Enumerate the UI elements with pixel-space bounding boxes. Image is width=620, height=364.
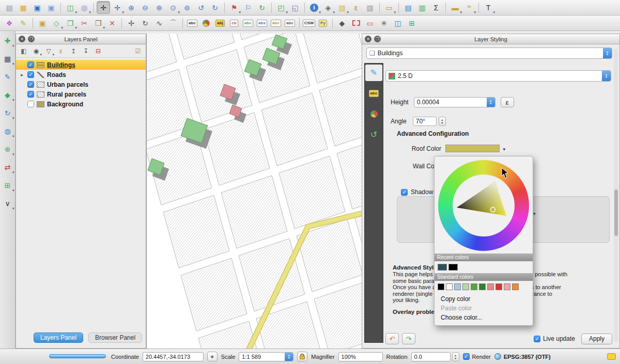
history-tab-button[interactable]: ↺ bbox=[365, 126, 382, 143]
expand-all-button[interactable]: ↥ bbox=[68, 45, 79, 56]
rectangle-annotation-button[interactable]: ▭ bbox=[363, 17, 377, 29]
map-canvas[interactable] bbox=[146, 34, 362, 350]
horizontal-scrollbar-thumb[interactable] bbox=[49, 354, 106, 358]
layer-visibility-checkbox[interactable]: ✓ bbox=[27, 71, 34, 78]
renderer-combo[interactable]: 2.5 D ▴ ▾ bbox=[385, 70, 611, 82]
zoom-in-button[interactable]: ⊕ bbox=[125, 1, 138, 14]
height-dropdown[interactable]: ▴ ▾ bbox=[487, 98, 495, 107]
layer-item-rural-parcels[interactable]: ✓Rural parcels bbox=[16, 89, 146, 99]
save-layer-edits-button[interactable]: ▣ bbox=[36, 17, 49, 29]
standard-color-swatch[interactable] bbox=[487, 283, 494, 290]
styling-scrollbar-thumb[interactable] bbox=[614, 189, 618, 236]
manage-map-themes-button[interactable]: ◉▾ bbox=[30, 45, 42, 56]
angle-field[interactable]: 70° bbox=[413, 117, 437, 126]
standard-color-swatch[interactable] bbox=[438, 283, 444, 290]
magnifier-field[interactable]: 100% bbox=[338, 352, 383, 361]
undock-icon[interactable]: ❐ bbox=[28, 36, 35, 42]
layer-item-buildings[interactable]: ✓Buildings bbox=[16, 60, 146, 70]
height-expression-button[interactable]: ε bbox=[501, 97, 514, 107]
select-by-expression-button[interactable]: ε bbox=[349, 1, 363, 14]
new-vector-layer-button[interactable]: ◰▾ bbox=[274, 1, 288, 14]
diagram-tab-button[interactable] bbox=[365, 106, 382, 122]
grid-tool-button[interactable]: ⊞ bbox=[405, 17, 419, 29]
save-project-button[interactable]: ▣ bbox=[30, 1, 44, 14]
add-polygon-button[interactable]: ◆▾ bbox=[1, 88, 14, 102]
layer-visibility-checkbox[interactable]: ✓ bbox=[27, 91, 34, 98]
show-bookmarks-button[interactable]: ⚐ bbox=[241, 1, 255, 14]
undock-icon[interactable]: ❐ bbox=[374, 36, 381, 42]
touch-tool-button[interactable]: ✳ bbox=[377, 17, 391, 29]
paste-features-button[interactable]: ❒▾ bbox=[91, 17, 105, 29]
text-annotation-button[interactable]: T▾ bbox=[482, 1, 495, 14]
undo-style-button[interactable]: ↶ bbox=[385, 333, 399, 344]
roof-color-dropdown-icon[interactable]: ▾ bbox=[503, 147, 505, 152]
standard-color-swatch[interactable] bbox=[512, 283, 519, 290]
rotate-tool-button[interactable]: ↻▾ bbox=[1, 106, 14, 120]
crs-group[interactable]: EPSG:3857 (OTF) bbox=[494, 353, 551, 360]
remove-layer-button[interactable]: ⊟ bbox=[92, 45, 104, 56]
statistics-summary-button[interactable]: Σ bbox=[429, 1, 443, 14]
attribute-table-button[interactable]: ▤ bbox=[401, 1, 415, 14]
topology-tool-button[interactable]: ⊛▾ bbox=[1, 143, 14, 156]
layer-visibility-checkbox[interactable] bbox=[27, 101, 34, 107]
height-field[interactable]: 0.00004 ▴ ▾ bbox=[414, 97, 495, 107]
pan-to-selection-button[interactable]: ✛▾ bbox=[111, 1, 124, 14]
new-map-view-button[interactable]: ◫▾ bbox=[64, 1, 77, 14]
csw-search-button[interactable]: CSW bbox=[302, 17, 316, 29]
label-move-button[interactable]: abc bbox=[241, 17, 255, 29]
filter-legend-button[interactable]: ▽▾ bbox=[43, 45, 54, 56]
in-overview-button[interactable]: ☑ bbox=[132, 45, 144, 56]
style-manager-button[interactable]: ❖ bbox=[3, 17, 16, 29]
new-shapefile-layer-button[interactable]: ▦▾ bbox=[1, 52, 14, 66]
menu-item-choose-color[interactable]: Choose color... bbox=[435, 313, 533, 322]
standard-color-swatch[interactable] bbox=[495, 283, 502, 290]
layout-manager-button[interactable]: ◫ bbox=[391, 17, 405, 29]
web-service-layer-button[interactable]: ◍▾ bbox=[1, 124, 14, 138]
standard-color-swatch[interactable] bbox=[504, 283, 510, 290]
layer-selector-combo[interactable]: ❏ Buildings ▴ ▾ bbox=[366, 48, 612, 59]
scale-lock-button[interactable] bbox=[297, 352, 307, 361]
filter-by-expression-button[interactable]: ε bbox=[55, 45, 67, 56]
recent-color-swatch[interactable] bbox=[438, 264, 447, 271]
symbology-tab-button[interactable]: ✎ bbox=[365, 65, 382, 81]
label-pie-button[interactable] bbox=[199, 17, 213, 29]
zoom-to-layer-button[interactable]: ⊚ bbox=[180, 1, 194, 14]
rotation-field[interactable]: 0.0 bbox=[411, 352, 451, 361]
standard-color-swatch[interactable] bbox=[446, 283, 453, 290]
standard-color-swatch[interactable] bbox=[479, 283, 486, 290]
new-project-button[interactable]: ▤ bbox=[3, 1, 16, 14]
zoom-full-button[interactable]: ⊛ bbox=[152, 1, 166, 14]
close-icon[interactable]: ✕ bbox=[19, 36, 25, 42]
undo-redo-button[interactable]: ⇄▾ bbox=[1, 161, 14, 174]
open-project-button[interactable]: ▦ bbox=[17, 1, 30, 14]
close-icon[interactable]: ✕ bbox=[365, 36, 371, 42]
menu-item-paste-color[interactable]: Paste color bbox=[435, 304, 533, 313]
labels-tab-button[interactable]: abc bbox=[365, 85, 382, 102]
label-rotate-button[interactable]: abs bbox=[255, 17, 269, 29]
new-bookmark-button[interactable]: ⚑▾ bbox=[227, 1, 241, 14]
python-console-button[interactable]: Py bbox=[316, 17, 330, 29]
label-pin-button[interactable]: ab| bbox=[213, 17, 227, 29]
tab-browser-panel[interactable]: Browser Panel bbox=[88, 333, 142, 343]
delete-selected-button[interactable]: ✕ bbox=[105, 17, 119, 29]
histogram-button[interactable]: ▥ bbox=[415, 1, 429, 14]
styling-scrollbar[interactable] bbox=[614, 49, 618, 342]
layer-visibility-checkbox[interactable]: ✓ bbox=[27, 61, 34, 68]
layer-item-background[interactable]: Background bbox=[16, 99, 146, 109]
measure-ruler-button[interactable]: ▬▾ bbox=[448, 1, 462, 14]
layer-item-roads[interactable]: ▸✓Roads bbox=[16, 70, 146, 80]
add-feature-button[interactable]: ✚▾ bbox=[1, 34, 14, 48]
widget-dropdown-icon[interactable]: ▾ bbox=[533, 211, 536, 216]
rotate-feature-button[interactable]: ↻ bbox=[138, 17, 152, 29]
node-tool-button[interactable]: ◇▾ bbox=[50, 17, 63, 29]
log-messages-icon[interactable] bbox=[607, 353, 616, 360]
recent-color-swatch[interactable] bbox=[448, 264, 458, 271]
label-toolbar-button[interactable]: abc bbox=[185, 17, 199, 29]
select-rectangle-tool-button[interactable] bbox=[349, 17, 363, 29]
rotation-stepper[interactable]: ▴ ▾ bbox=[452, 352, 459, 361]
north-arrow-button[interactable]: ◆ bbox=[335, 17, 349, 29]
copy-features-button[interactable]: ❐▾ bbox=[64, 17, 77, 29]
measure-button[interactable]: ▭▾ bbox=[382, 1, 396, 14]
shadow-checkbox[interactable]: ✓ bbox=[401, 189, 408, 196]
redo-style-button[interactable]: ↷ bbox=[402, 333, 415, 344]
